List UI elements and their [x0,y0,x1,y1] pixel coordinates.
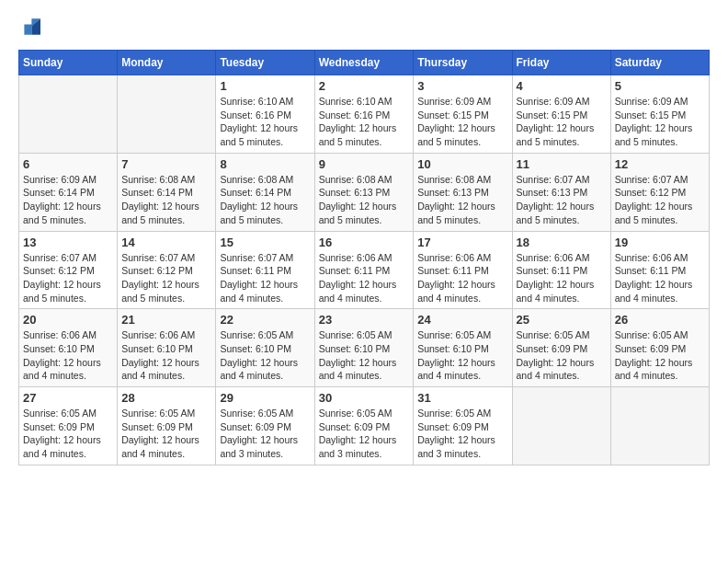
calendar-cell: 21Sunrise: 6:06 AM Sunset: 6:10 PM Dayli… [118,309,216,387]
calendar-cell: 10Sunrise: 6:08 AM Sunset: 6:13 PM Dayli… [414,153,512,231]
calendar-cell: 9Sunrise: 6:08 AM Sunset: 6:13 PM Daylig… [314,153,414,231]
day-number: 5 [615,79,705,93]
week-row: 13Sunrise: 6:07 AM Sunset: 6:12 PM Dayli… [19,231,710,309]
day-number: 14 [121,236,211,249]
day-info: Sunrise: 6:06 AM Sunset: 6:11 PM Dayligh… [517,251,607,305]
day-number: 8 [220,157,310,171]
week-row: 1Sunrise: 6:10 AM Sunset: 6:16 PM Daylig… [19,75,710,154]
col-header-wednesday: Wednesday [314,51,414,75]
day-info: Sunrise: 6:08 AM Sunset: 6:14 PM Dayligh… [220,173,310,227]
day-number: 3 [417,79,507,93]
day-info: Sunrise: 6:06 AM Sunset: 6:11 PM Dayligh… [417,251,507,305]
day-number: 22 [220,313,310,327]
day-info: Sunrise: 6:06 AM Sunset: 6:10 PM Dayligh… [121,328,211,383]
day-info: Sunrise: 6:08 AM Sunset: 6:13 PM Dayligh… [319,173,410,227]
day-info: Sunrise: 6:10 AM Sunset: 6:16 PM Dayligh… [220,95,310,149]
day-info: Sunrise: 6:09 AM Sunset: 6:15 PM Dayligh… [615,95,705,149]
calendar-cell: 27Sunrise: 6:05 AM Sunset: 6:09 PM Dayli… [19,387,118,465]
day-info: Sunrise: 6:09 AM Sunset: 6:15 PM Dayligh… [517,95,607,149]
calendar-cell [512,387,610,465]
day-number: 18 [517,236,607,249]
day-number: 20 [23,313,113,327]
calendar-cell: 14Sunrise: 6:07 AM Sunset: 6:12 PM Dayli… [118,231,216,309]
calendar-cell: 1Sunrise: 6:10 AM Sunset: 6:16 PM Daylig… [216,75,314,154]
calendar-cell: 2Sunrise: 6:10 AM Sunset: 6:16 PM Daylig… [314,75,414,154]
day-number: 21 [121,313,211,327]
calendar-cell: 23Sunrise: 6:05 AM Sunset: 6:10 PM Dayli… [314,309,414,387]
day-info: Sunrise: 6:09 AM Sunset: 6:14 PM Dayligh… [23,173,113,227]
calendar-cell: 19Sunrise: 6:06 AM Sunset: 6:11 PM Dayli… [610,231,709,309]
logo-icon [18,18,40,35]
day-info: Sunrise: 6:05 AM Sunset: 6:09 PM Dayligh… [517,328,607,383]
calendar-cell: 24Sunrise: 6:05 AM Sunset: 6:10 PM Dayli… [414,309,512,387]
day-info: Sunrise: 6:05 AM Sunset: 6:09 PM Dayligh… [319,407,410,461]
day-number: 2 [319,79,410,93]
day-number: 29 [220,391,310,405]
calendar-cell: 18Sunrise: 6:06 AM Sunset: 6:11 PM Dayli… [512,231,610,309]
col-header-friday: Friday [512,51,610,75]
day-info: Sunrise: 6:06 AM Sunset: 6:11 PM Dayligh… [615,251,705,305]
calendar-cell: 16Sunrise: 6:06 AM Sunset: 6:11 PM Dayli… [314,231,414,309]
day-info: Sunrise: 6:07 AM Sunset: 6:11 PM Dayligh… [220,251,310,305]
calendar-cell: 29Sunrise: 6:05 AM Sunset: 6:09 PM Dayli… [216,387,314,465]
calendar-cell: 20Sunrise: 6:06 AM Sunset: 6:10 PM Dayli… [19,309,118,387]
day-info: Sunrise: 6:05 AM Sunset: 6:10 PM Dayligh… [417,328,507,383]
week-row: 20Sunrise: 6:06 AM Sunset: 6:10 PM Dayli… [19,309,710,387]
calendar-cell: 8Sunrise: 6:08 AM Sunset: 6:14 PM Daylig… [216,153,314,231]
col-header-tuesday: Tuesday [216,51,314,75]
day-info: Sunrise: 6:05 AM Sunset: 6:09 PM Dayligh… [417,407,507,461]
calendar-cell: 12Sunrise: 6:07 AM Sunset: 6:12 PM Dayli… [610,153,709,231]
col-header-thursday: Thursday [414,51,512,75]
day-number: 15 [220,236,310,249]
col-header-monday: Monday [118,51,216,75]
day-number: 11 [517,157,607,171]
calendar-cell: 3Sunrise: 6:09 AM Sunset: 6:15 PM Daylig… [414,75,512,154]
day-number: 26 [615,313,705,327]
day-number: 25 [517,313,607,327]
day-info: Sunrise: 6:05 AM Sunset: 6:10 PM Dayligh… [319,328,410,383]
calendar-cell: 28Sunrise: 6:05 AM Sunset: 6:09 PM Dayli… [118,387,216,465]
calendar-cell: 11Sunrise: 6:07 AM Sunset: 6:13 PM Dayli… [512,153,610,231]
col-header-saturday: Saturday [610,51,709,75]
day-info: Sunrise: 6:08 AM Sunset: 6:14 PM Dayligh… [121,173,211,227]
day-number: 6 [23,157,113,171]
day-number: 1 [220,79,310,93]
calendar-cell [19,75,118,154]
day-number: 10 [417,157,507,171]
calendar-cell: 13Sunrise: 6:07 AM Sunset: 6:12 PM Dayli… [19,231,118,309]
calendar-cell: 17Sunrise: 6:06 AM Sunset: 6:11 PM Dayli… [414,231,512,309]
day-number: 16 [319,236,410,249]
day-info: Sunrise: 6:07 AM Sunset: 6:13 PM Dayligh… [517,173,607,227]
day-info: Sunrise: 6:06 AM Sunset: 6:11 PM Dayligh… [319,251,410,305]
day-number: 4 [517,79,607,93]
calendar-cell: 26Sunrise: 6:05 AM Sunset: 6:09 PM Dayli… [610,309,709,387]
day-number: 12 [615,157,705,171]
day-number: 17 [417,236,507,249]
header-row: SundayMondayTuesdayWednesdayThursdayFrid… [19,51,710,75]
calendar-cell: 4Sunrise: 6:09 AM Sunset: 6:15 PM Daylig… [512,75,610,154]
day-info: Sunrise: 6:05 AM Sunset: 6:09 PM Dayligh… [23,407,113,461]
logo [18,18,44,35]
day-number: 7 [121,157,211,171]
day-number: 31 [417,391,507,405]
day-number: 28 [121,391,211,405]
day-info: Sunrise: 6:05 AM Sunset: 6:10 PM Dayligh… [220,328,310,383]
day-info: Sunrise: 6:06 AM Sunset: 6:10 PM Dayligh… [23,328,113,383]
day-info: Sunrise: 6:10 AM Sunset: 6:16 PM Dayligh… [319,95,410,149]
day-number: 9 [319,157,410,171]
day-number: 13 [23,236,113,249]
calendar-cell: 6Sunrise: 6:09 AM Sunset: 6:14 PM Daylig… [19,153,118,231]
day-number: 19 [615,236,705,249]
day-number: 24 [417,313,507,327]
day-info: Sunrise: 6:05 AM Sunset: 6:09 PM Dayligh… [615,328,705,383]
calendar-cell: 15Sunrise: 6:07 AM Sunset: 6:11 PM Dayli… [216,231,314,309]
calendar-cell: 22Sunrise: 6:05 AM Sunset: 6:10 PM Dayli… [216,309,314,387]
calendar-cell [118,75,216,154]
day-info: Sunrise: 6:07 AM Sunset: 6:12 PM Dayligh… [615,173,705,227]
day-info: Sunrise: 6:05 AM Sunset: 6:09 PM Dayligh… [121,407,211,461]
calendar-table: SundayMondayTuesdayWednesdayThursdayFrid… [18,50,710,465]
day-info: Sunrise: 6:05 AM Sunset: 6:09 PM Dayligh… [220,407,310,461]
calendar-cell: 31Sunrise: 6:05 AM Sunset: 6:09 PM Dayli… [414,387,512,465]
calendar-cell: 7Sunrise: 6:08 AM Sunset: 6:14 PM Daylig… [118,153,216,231]
day-info: Sunrise: 6:08 AM Sunset: 6:13 PM Dayligh… [417,173,507,227]
